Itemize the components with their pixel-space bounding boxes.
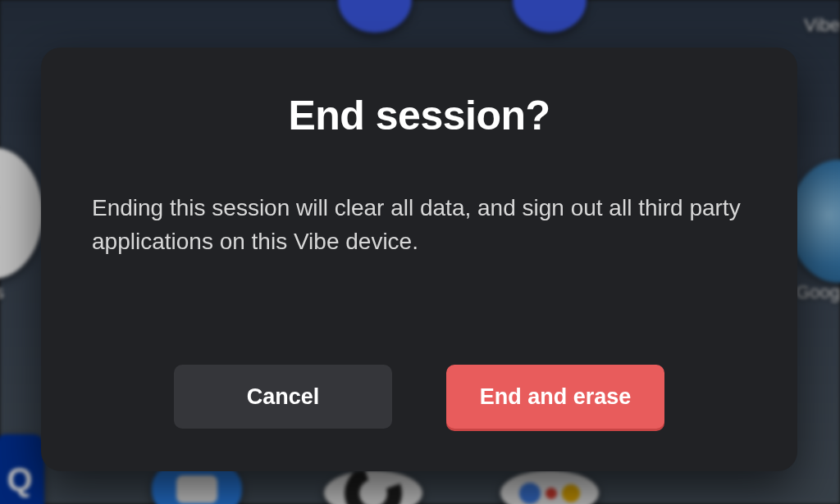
cancel-button[interactable]: Cancel [174,365,392,429]
dialog-title: End session? [87,92,751,139]
end-and-erase-button[interactable]: End and erase [446,365,664,429]
dialog-body: Ending this session will clear all data,… [87,192,751,258]
end-session-dialog: End session? Ending this session will cl… [41,48,797,471]
dialog-button-row: Cancel End and erase [87,365,751,429]
